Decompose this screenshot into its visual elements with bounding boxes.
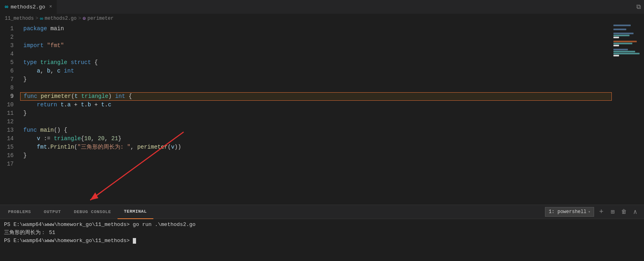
code-line-10: return t.a + t.b + t.c xyxy=(20,101,612,109)
line-number-12: 12 xyxy=(0,118,20,126)
chevron-down-icon: ▾ xyxy=(588,209,590,214)
minimap xyxy=(612,23,644,205)
collapse-panel-button[interactable]: ∧ xyxy=(631,208,639,216)
terminal-selector-label: 1: powershell xyxy=(549,209,586,215)
line-number-2: 2 xyxy=(0,33,20,41)
code-line-5: type triangle struct { xyxy=(20,58,612,67)
window-controls[interactable]: ⧉ xyxy=(636,3,644,11)
line-number-9: 9 xyxy=(0,92,20,101)
terminal-line-1: PS E:\wamp64\www\homework_go\11_methods>… xyxy=(4,221,640,229)
code-line-15: fmt.Println("三角形的周长为: ", perimeter(v)) xyxy=(20,143,612,151)
split-terminal-button[interactable]: ⊞ xyxy=(609,208,617,216)
line-number-7: 7 xyxy=(0,75,20,84)
tab-debug-console[interactable]: DEBUG CONSOLE xyxy=(67,205,117,219)
breadcrumb-func-icon: ⊙ xyxy=(83,15,86,22)
code-line-2 xyxy=(20,33,612,41)
line-number-5: 5 xyxy=(0,58,20,67)
breadcrumb: 11_methods > ∞ methods2.go > ⊙ perimeter xyxy=(0,14,644,23)
code-line-6: a, b, c int xyxy=(20,67,612,75)
line-number-16: 16 xyxy=(0,151,20,160)
terminal-line-2: 三角形的周长为： 51 xyxy=(4,229,640,237)
add-terminal-button[interactable]: + xyxy=(597,208,605,216)
code-line-1: package main xyxy=(20,25,612,33)
breadcrumb-sep1: > xyxy=(35,16,38,21)
code-line-16: } xyxy=(20,151,612,160)
code-line-4 xyxy=(20,50,612,58)
terminal-prompt-3: PS E:\wamp64\www\homework_go\11_methods> xyxy=(4,238,133,244)
breadcrumb-file[interactable]: methods2.go xyxy=(45,16,76,21)
terminal-content[interactable]: PS E:\wamp64\www\homework_go\11_methods>… xyxy=(0,219,644,261)
line-number-14: 14 xyxy=(0,135,20,143)
delete-terminal-button[interactable]: 🗑 xyxy=(620,209,628,215)
tab-problems[interactable]: PROBLEMS xyxy=(2,205,37,219)
terminal-selector-container[interactable]: 1: powershell ▾ xyxy=(545,207,594,217)
tab-close-button[interactable]: × xyxy=(49,4,52,10)
code-line-3: import "fmt" xyxy=(20,41,612,50)
restore-window-icon[interactable]: ⧉ xyxy=(636,4,641,11)
breadcrumb-folder[interactable]: 11_methods xyxy=(5,16,34,21)
line-number-15: 15 xyxy=(0,143,20,151)
breadcrumb-file-icon: ∞ xyxy=(40,16,43,22)
terminal-cursor xyxy=(133,238,136,244)
line-number-6: 6 xyxy=(0,67,20,75)
tab-filename: methods2.go xyxy=(10,4,45,10)
code-line-14: v := triangle{10, 20, 21} xyxy=(20,135,612,143)
minimap-content xyxy=(612,23,644,60)
line-numbers: 1234567891011121314151617 xyxy=(0,23,20,205)
code-line-11: } xyxy=(20,109,612,118)
line-number-17: 17 xyxy=(0,160,20,168)
code-line-13: func main() { xyxy=(20,126,612,135)
line-number-10: 10 xyxy=(0,101,20,109)
code-line-17 xyxy=(20,160,612,168)
panel: PROBLEMS OUTPUT DEBUG CONSOLE TERMINAL 1… xyxy=(0,205,644,261)
tab-terminal[interactable]: TERMINAL xyxy=(118,205,153,219)
code-area[interactable]: package mainimport "fmt"type triangle st… xyxy=(20,23,612,205)
breadcrumb-func[interactable]: perimeter xyxy=(87,16,114,21)
terminal-line-3: PS E:\wamp64\www\homework_go\11_methods> xyxy=(4,237,640,245)
code-line-8 xyxy=(20,84,612,92)
line-number-1: 1 xyxy=(0,25,20,33)
tab-bar: ∞ methods2.go × ⧉ xyxy=(0,0,644,14)
line-number-3: 3 xyxy=(0,41,20,50)
line-number-11: 11 xyxy=(0,109,20,118)
editor-container: 1234567891011121314151617 package mainim… xyxy=(0,23,644,205)
tab-methods2-go[interactable]: ∞ methods2.go × xyxy=(0,0,57,14)
tab-output[interactable]: OUTPUT xyxy=(37,205,68,219)
code-line-12 xyxy=(20,118,612,126)
line-number-13: 13 xyxy=(0,126,20,135)
go-file-icon: ∞ xyxy=(5,4,8,10)
code-line-7: } xyxy=(20,75,612,84)
line-number-4: 4 xyxy=(0,50,20,58)
line-number-8: 8 xyxy=(0,84,20,92)
breadcrumb-sep2: > xyxy=(78,16,81,21)
panel-tabs: PROBLEMS OUTPUT DEBUG CONSOLE TERMINAL 1… xyxy=(0,205,644,219)
code-line-9: func perimeter(t triangle) int { xyxy=(20,92,612,101)
panel-controls: 1: powershell ▾ + ⊞ 🗑 ∧ xyxy=(545,207,642,217)
